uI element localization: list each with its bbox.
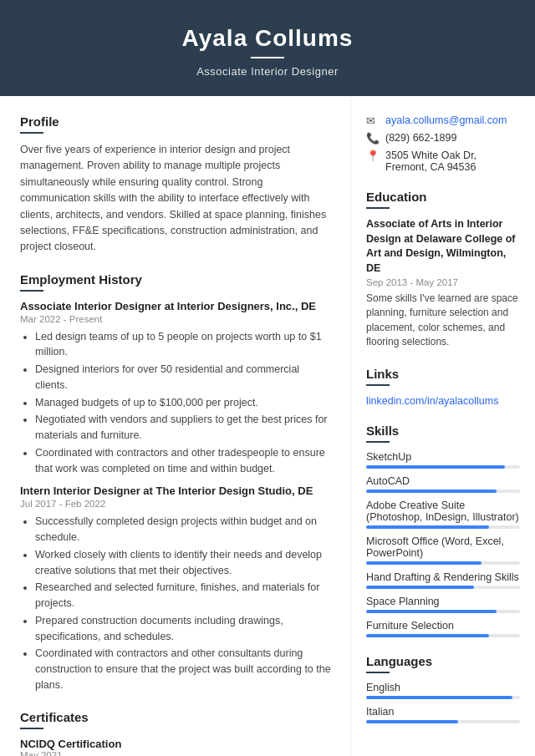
resume: Ayala Collums Associate Interior Designe…: [0, 0, 535, 756]
skill-bar-fill-5: [366, 610, 497, 613]
skill-name-0: SketchUp: [366, 451, 520, 463]
languages-divider: [366, 672, 390, 673]
skill-item-1: AutoCAD: [366, 475, 520, 493]
edu-degree: Associate of Arts in Interior Design at …: [366, 217, 520, 276]
contact-email[interactable]: ✉ ayala.collums@gmail.com: [366, 114, 520, 127]
skill-bar-bg-3: [366, 561, 520, 565]
skill-bar-bg-6: [366, 634, 520, 637]
links-section: Links linkedin.com/in/ayalacollums: [366, 367, 520, 407]
address-text: 3505 White Oak Dr, Fremont, CA 94536: [385, 150, 520, 173]
edu-description: Some skills I've learned are space plann…: [366, 292, 520, 350]
cert-title-1: NCIDQ Certification: [20, 738, 334, 750]
candidate-title: Associate Interior Designer: [17, 65, 518, 78]
skills-title: Skills: [366, 424, 520, 438]
certificates-divider: [20, 728, 43, 729]
certificates-section: Certificates NCIDQ Certification May 202…: [20, 710, 334, 756]
language-item-0: English: [366, 682, 520, 699]
skill-bar-fill-1: [366, 490, 497, 493]
links-title: Links: [366, 367, 520, 381]
location-icon: 📍: [366, 150, 380, 162]
job-bullets-2: Successfully completed design projects w…: [20, 514, 334, 693]
skill-item-2: Adobe Creative Suite (Photoshop, InDesig…: [366, 500, 520, 529]
bullet-1-2: Designed interiors for over 50 residenti…: [35, 362, 334, 393]
skill-bar-bg-0: [366, 465, 520, 469]
skill-name-1: AutoCAD: [366, 475, 520, 487]
header-divider: [251, 57, 284, 58]
contact-section: ✉ ayala.collums@gmail.com 📞 (829) 662-18…: [366, 114, 520, 173]
lang-bar-fill-0: [366, 696, 512, 699]
certificates-title: Certificates: [20, 710, 334, 724]
languages-container: English Italian: [366, 682, 520, 723]
profile-section: Profile Over five years of experience in…: [20, 114, 334, 256]
bullet-2-4: Prepared construction documents includin…: [35, 613, 334, 645]
skill-bar-bg-1: [366, 490, 520, 493]
skill-item-5: Space Planning: [366, 596, 520, 613]
education-divider: [366, 207, 390, 209]
skill-bar-fill-0: [366, 465, 505, 469]
skill-bar-fill-3: [366, 561, 482, 565]
right-column: ✉ ayala.collums@gmail.com 📞 (829) 662-18…: [351, 96, 535, 756]
languages-title: Languages: [366, 654, 520, 668]
skills-container: SketchUp AutoCAD Adobe Creative Suite (P…: [366, 451, 520, 637]
bullet-1-1: Led design teams of up to 5 people on pr…: [35, 329, 334, 361]
skill-name-2: Adobe Creative Suite (Photoshop, InDesig…: [366, 500, 520, 523]
job-bullets-1: Led design teams of up to 5 people on pr…: [20, 329, 334, 477]
edu-date: Sep 2013 - May 2017: [366, 277, 520, 287]
links-divider: [366, 384, 390, 386]
skills-section: Skills SketchUp AutoCAD Adobe Creative S…: [366, 424, 520, 637]
job-date-2: Jul 2017 - Feb 2022: [20, 499, 334, 509]
bullet-1-3: Managed budgets of up to $100,000 per pr…: [35, 395, 334, 411]
employment-title: Employment History: [20, 272, 334, 287]
skill-bar-fill-2: [366, 525, 489, 529]
candidate-name: Ayala Collums: [17, 25, 518, 52]
bullet-2-5: Coordinated with contractors and other c…: [35, 646, 334, 693]
job-title-1: Associate Interior Designer at Interior …: [20, 300, 334, 312]
contact-phone: 📞 (829) 662-1899: [366, 132, 520, 145]
skill-name-4: Hand Drafting & Rendering Skills: [366, 571, 520, 583]
bullet-2-1: Successfully completed design projects w…: [35, 514, 334, 545]
skill-name-5: Space Planning: [366, 596, 520, 607]
phone-icon: 📞: [366, 132, 380, 145]
skill-name-6: Furniture Selection: [366, 620, 520, 632]
lang-name-0: English: [366, 682, 520, 693]
email-icon: ✉: [366, 114, 380, 127]
body-section: Profile Over five years of experience in…: [0, 96, 535, 756]
linkedin-url[interactable]: linkedin.com/in/ayalacollums: [366, 395, 498, 407]
lang-bar-bg-1: [366, 720, 520, 723]
profile-title: Profile: [20, 114, 334, 129]
job-title-2: Intern Interior Designer at The Interior…: [20, 485, 334, 497]
language-item-1: Italian: [366, 706, 520, 723]
skill-item-0: SketchUp: [366, 451, 520, 469]
skill-item-6: Furniture Selection: [366, 620, 520, 637]
bullet-2-2: Worked closely with clients to identify …: [35, 547, 334, 579]
skill-item-3: Microsoft Office (Word, Excel, PowerPoin…: [366, 535, 520, 565]
bullet-1-4: Negotiated with vendors and suppliers to…: [35, 412, 334, 444]
skill-name-3: Microsoft Office (Word, Excel, PowerPoin…: [366, 535, 520, 559]
skill-item-4: Hand Drafting & Rendering Skills: [366, 571, 520, 589]
education-title: Education: [366, 190, 520, 204]
skill-bar-bg-4: [366, 586, 520, 589]
education-section: Education Associate of Arts in Interior …: [366, 190, 520, 350]
skills-divider: [366, 441, 390, 443]
contact-address: 📍 3505 White Oak Dr, Fremont, CA 94536: [366, 150, 520, 173]
lang-bar-bg-0: [366, 696, 520, 699]
cert-date-1: May 2021: [20, 750, 334, 756]
profile-divider: [20, 132, 43, 134]
skill-bar-bg-2: [366, 525, 520, 529]
lang-name-1: Italian: [366, 706, 520, 718]
skill-bar-bg-5: [366, 610, 520, 613]
skill-bar-fill-6: [366, 634, 489, 637]
phone-text: (829) 662-1899: [385, 132, 456, 144]
linkedin-link[interactable]: linkedin.com/in/ayalacollums: [366, 394, 520, 407]
skill-bar-fill-4: [366, 586, 474, 589]
email-link[interactable]: ayala.collums@gmail.com: [385, 114, 507, 126]
profile-text: Over five years of experience in interio…: [20, 142, 334, 256]
bullet-1-5: Coordinated with contractors and other t…: [35, 445, 334, 477]
employment-divider: [20, 290, 43, 292]
left-column: Profile Over five years of experience in…: [0, 96, 351, 756]
job-date-1: Mar 2022 - Present: [20, 314, 334, 324]
languages-section: Languages English Italian: [366, 654, 520, 723]
lang-bar-fill-1: [366, 720, 458, 723]
bullet-2-3: Researched and selected furniture, finis…: [35, 580, 334, 611]
header-section: Ayala Collums Associate Interior Designe…: [0, 0, 535, 96]
